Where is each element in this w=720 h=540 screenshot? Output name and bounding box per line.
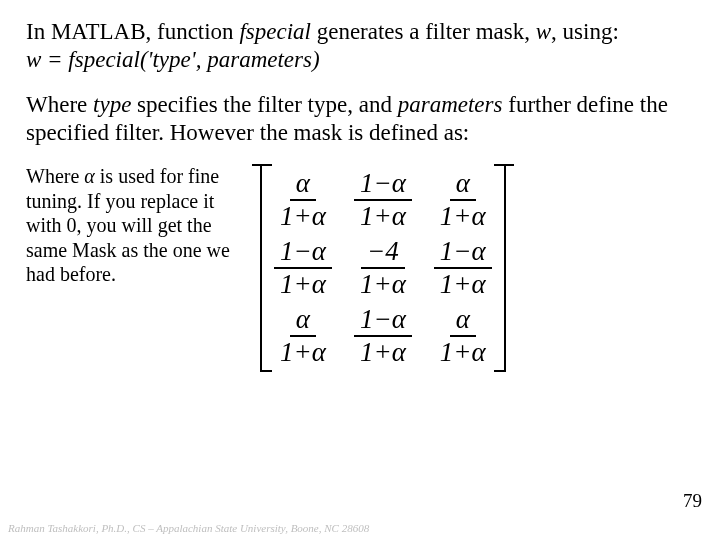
p2-t1: type bbox=[93, 92, 131, 117]
paragraph-2: Where type specifies the filter type, an… bbox=[26, 91, 694, 146]
matrix-grid: α1+α 1−α1+α α1+α 1−α1+α −41+α 1−α1+α α1+… bbox=[264, 164, 502, 372]
bracket-left-icon bbox=[250, 164, 264, 372]
p2-t2: parameters bbox=[398, 92, 503, 117]
p1-var: w bbox=[536, 19, 551, 44]
left-note: Where α is used for fine tuning. If you … bbox=[26, 164, 236, 286]
matrix-cell: 1−α1+α bbox=[434, 238, 492, 298]
p1-mid: generates a filter mask, bbox=[311, 19, 536, 44]
matrix-cell: −41+α bbox=[354, 238, 412, 298]
slide-content: In MATLAB, function fspecial generates a… bbox=[0, 0, 720, 540]
matrix-cell: 1−α1+α bbox=[274, 238, 332, 298]
alpha-icon: α bbox=[84, 165, 95, 187]
matrix-cell: 1−α1+α bbox=[354, 306, 412, 366]
matrix-cell: 1−α1+α bbox=[354, 170, 412, 230]
footer-text: Rahman Tashakkori, Ph.D., CS – Appalachi… bbox=[8, 522, 369, 534]
p2-mid: specifies the filter type, and bbox=[131, 92, 397, 117]
p2-pre: Where bbox=[26, 92, 93, 117]
bracket-right-icon bbox=[502, 164, 516, 372]
p1-pre: In MATLAB, function bbox=[26, 19, 239, 44]
p1-func: fspecial bbox=[239, 19, 311, 44]
p1-post: , using: bbox=[551, 19, 619, 44]
ln-pre: Where bbox=[26, 165, 84, 187]
paragraph-1: In MATLAB, function fspecial generates a… bbox=[26, 18, 694, 73]
matrix-cell: α1+α bbox=[274, 306, 332, 366]
page-number: 79 bbox=[683, 490, 702, 512]
matrix-cell: α1+α bbox=[434, 170, 492, 230]
matrix: α1+α 1−α1+α α1+α 1−α1+α −41+α 1−α1+α α1+… bbox=[250, 164, 516, 372]
matrix-cell: α1+α bbox=[434, 306, 492, 366]
matrix-cell: α1+α bbox=[274, 170, 332, 230]
columns: Where α is used for fine tuning. If you … bbox=[26, 164, 694, 372]
p1-eq: w = fspecial('type', parameters) bbox=[26, 47, 320, 72]
